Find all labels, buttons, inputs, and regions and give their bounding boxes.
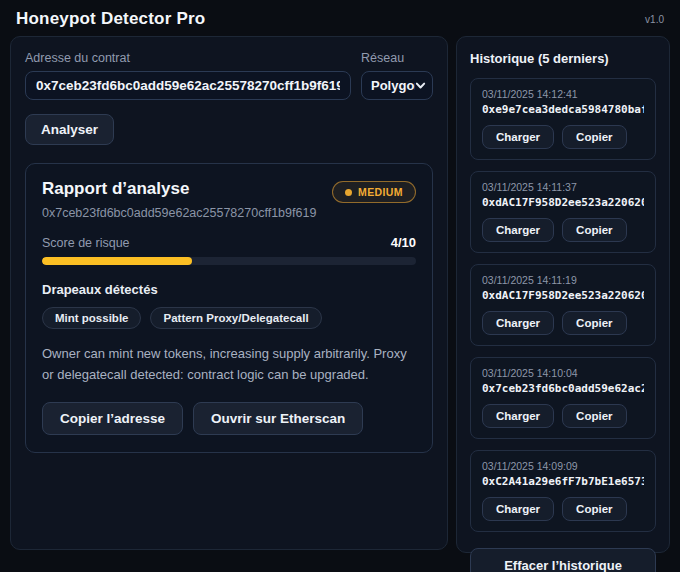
history-entry-address: 0xdAC17F958D2ee523a2206206…: [482, 289, 644, 302]
flag-tag: Pattern Proxy/Delegatecall: [150, 307, 321, 329]
address-field-group: Adresse du contrat: [25, 51, 351, 100]
open-etherscan-button[interactable]: Ouvrir sur Etherscan: [193, 402, 363, 435]
app-header: Honeypot Detector Pro v1.0: [0, 0, 680, 36]
history-load-button[interactable]: Charger: [482, 218, 554, 242]
flags-tags-row: Mint possible Pattern Proxy/Delegatecall: [42, 307, 416, 329]
history-list: 03/11/2025 14:12:41 0xe9e7cea3dedca59847…: [470, 78, 656, 543]
network-field-label: Réseau: [361, 51, 433, 65]
report-header: Rapport d’analyse MEDIUM: [42, 179, 416, 203]
report-actions: Copier l’adresse Ouvrir sur Etherscan: [42, 402, 416, 435]
risk-score-label: Score de risque: [42, 236, 130, 250]
risk-level-badge: MEDIUM: [332, 181, 416, 203]
history-panel: Historique (5 derniers) 03/11/2025 14:12…: [456, 36, 670, 553]
risk-level-label: MEDIUM: [358, 186, 403, 198]
history-entry-actions: Charger Copier: [482, 404, 644, 428]
history-entry-address: 0x7ceb23fd6bc0add59e62ac25…: [482, 382, 644, 395]
risk-score-value: 4/10: [391, 235, 416, 250]
network-field-group: Réseau Polygon: [361, 51, 433, 100]
analysis-report-card: Rapport d’analyse MEDIUM 0x7ceb23fd6bc0a…: [25, 163, 433, 453]
copy-address-button[interactable]: Copier l’adresse: [42, 402, 183, 435]
history-entry-actions: Charger Copier: [482, 497, 644, 521]
network-select[interactable]: Polygon: [361, 71, 433, 100]
report-title: Rapport d’analyse: [42, 179, 189, 199]
clear-history-button[interactable]: Effacer l’historique: [470, 548, 656, 572]
history-entry-timestamp: 03/11/2025 14:11:37: [482, 181, 644, 193]
risk-score-progress-fill: [42, 257, 192, 265]
history-entry-actions: Charger Copier: [482, 311, 644, 335]
address-field-label: Adresse du contrat: [25, 51, 351, 65]
risk-dot-icon: [345, 189, 352, 196]
analysis-panel: Adresse du contrat Réseau Polygon Analys…: [10, 36, 448, 550]
history-entry-timestamp: 03/11/2025 14:10:04: [482, 367, 644, 379]
history-entry-address: 0xe9e7cea3dedca5984780bafc…: [482, 103, 644, 116]
flags-section-label: Drapeaux détectés: [42, 282, 416, 297]
risk-score-row: Score de risque 4/10: [42, 235, 416, 250]
history-copy-button[interactable]: Copier: [562, 311, 626, 335]
main-layout: Adresse du contrat Réseau Polygon Analys…: [0, 36, 680, 553]
history-entry: 03/11/2025 14:10:04 0x7ceb23fd6bc0add59e…: [470, 357, 656, 439]
history-load-button[interactable]: Charger: [482, 404, 554, 428]
history-entry: 03/11/2025 14:09:09 0xC2A41a29e6fF7b7bE1…: [470, 450, 656, 532]
history-copy-button[interactable]: Copier: [562, 125, 626, 149]
history-entry-actions: Charger Copier: [482, 125, 644, 149]
history-load-button[interactable]: Charger: [482, 311, 554, 335]
report-contract-address: 0x7ceb23fd6bc0add59e62ac25578270cff1b9f6…: [42, 206, 416, 220]
app-version: v1.0: [645, 14, 664, 25]
history-load-button[interactable]: Charger: [482, 125, 554, 149]
risk-score-progressbar: [42, 257, 416, 265]
history-entry-actions: Charger Copier: [482, 218, 644, 242]
history-entry: 03/11/2025 14:12:41 0xe9e7cea3dedca59847…: [470, 78, 656, 160]
history-title: Historique (5 derniers): [470, 51, 656, 66]
history-copy-button[interactable]: Copier: [562, 218, 626, 242]
history-entry-timestamp: 03/11/2025 14:11:19: [482, 274, 644, 286]
history-entry-address: 0xC2A41a29e6fF7b7bE1e6573E…: [482, 475, 644, 488]
app-title: Honeypot Detector Pro: [16, 9, 205, 29]
contract-form: Adresse du contrat Réseau Polygon: [25, 51, 433, 100]
history-copy-button[interactable]: Copier: [562, 497, 626, 521]
history-load-button[interactable]: Charger: [482, 497, 554, 521]
contract-address-input[interactable]: [25, 71, 351, 100]
history-entry-timestamp: 03/11/2025 14:09:09: [482, 460, 644, 472]
history-entry-address: 0xdAC17F958D2ee523a2206206…: [482, 196, 644, 209]
flag-tag: Mint possible: [42, 307, 141, 329]
report-description: Owner can mint new tokens, increasing su…: [42, 344, 416, 386]
history-copy-button[interactable]: Copier: [562, 404, 626, 428]
history-entry-timestamp: 03/11/2025 14:12:41: [482, 88, 644, 100]
history-entry: 03/11/2025 14:11:37 0xdAC17F958D2ee523a2…: [470, 171, 656, 253]
network-select-value: Polygon: [371, 78, 415, 93]
chevron-down-icon: [415, 77, 426, 95]
analyze-button[interactable]: Analyser: [25, 114, 114, 145]
history-entry: 03/11/2025 14:11:19 0xdAC17F958D2ee523a2…: [470, 264, 656, 346]
